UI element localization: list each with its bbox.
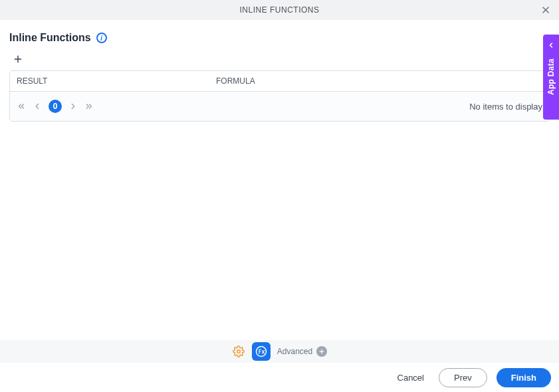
cancel-button[interactable]: Cancel <box>392 369 429 387</box>
empty-state-message: No items to display <box>469 102 542 112</box>
plus-icon <box>13 54 23 64</box>
app-data-side-tab[interactable]: App Data <box>543 35 559 120</box>
chevron-double-right-icon <box>84 102 94 111</box>
chevron-double-left-icon <box>17 102 26 111</box>
close-icon <box>541 5 550 15</box>
chevron-left-icon <box>547 41 555 49</box>
column-header-formula[interactable]: FORMULA <box>209 76 549 86</box>
fx-button[interactable] <box>252 342 271 361</box>
svg-point-4 <box>237 350 241 353</box>
side-tab-label: App Data <box>546 58 556 95</box>
functions-table: RESULT FORMULA 0 <box>9 70 550 122</box>
modal-title: INLINE FUNCTIONS <box>239 5 319 15</box>
pager-first-button[interactable] <box>17 102 26 111</box>
chevron-left-icon <box>33 102 42 111</box>
plus-icon <box>318 348 325 355</box>
add-button[interactable] <box>11 52 25 66</box>
settings-button[interactable] <box>232 345 245 358</box>
advanced-label: Advanced <box>277 347 312 356</box>
bottom-toolbar: Advanced <box>0 340 559 363</box>
pager-next-button[interactable] <box>68 102 78 111</box>
gear-icon <box>233 345 245 357</box>
chevron-right-icon <box>68 102 78 111</box>
prev-button[interactable]: Prev <box>439 368 487 387</box>
column-header-result[interactable]: RESULT <box>10 76 209 86</box>
section-title-row: Inline Functions i <box>9 32 550 44</box>
pager-controls: 0 <box>17 100 94 113</box>
fx-icon <box>255 345 267 357</box>
info-icon[interactable]: i <box>96 33 107 43</box>
finish-button[interactable]: Finish <box>497 368 551 387</box>
table-header-row: RESULT FORMULA <box>10 71 549 92</box>
pager-last-button[interactable] <box>84 102 94 111</box>
advanced-add-button[interactable] <box>316 346 327 357</box>
pager-row: 0 No items to display <box>10 92 549 121</box>
section-title: Inline Functions <box>9 32 91 44</box>
svg-point-5 <box>256 347 266 357</box>
modal-header: INLINE FUNCTIONS <box>0 0 559 20</box>
content-area: Inline Functions i RESULT FORMULA <box>0 20 559 122</box>
close-button[interactable] <box>539 3 552 17</box>
footer: Cancel Prev Finish <box>0 363 559 392</box>
pager-current-page[interactable]: 0 <box>49 100 62 113</box>
pager-prev-button[interactable] <box>33 102 42 111</box>
